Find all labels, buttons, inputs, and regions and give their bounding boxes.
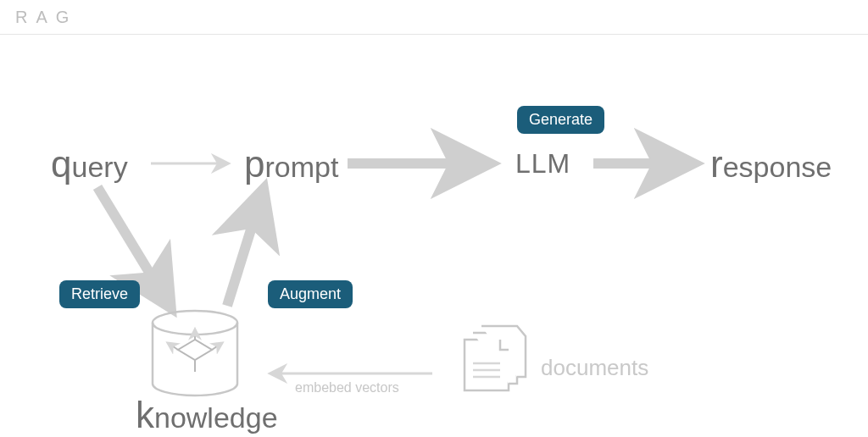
- node-rest: nowledge: [154, 401, 278, 434]
- node-knowledge: knowledge: [136, 394, 278, 436]
- arrows-layer: [0, 35, 868, 437]
- database-icon: [153, 311, 237, 396]
- svg-point-6: [153, 311, 237, 335]
- node-query: query: [51, 143, 128, 185]
- badge-generate: Generate: [517, 106, 604, 134]
- badge-retrieve: Retrieve: [59, 280, 140, 308]
- header: RAG: [0, 0, 868, 35]
- node-llm: LLM: [515, 148, 570, 180]
- label-embedded-vectors: embebed vectors: [295, 380, 399, 396]
- badge-augment: Augment: [268, 280, 353, 308]
- node-prompt: prompt: [244, 143, 338, 185]
- node-documents: documents: [541, 355, 648, 381]
- documents-icon: [465, 326, 526, 390]
- lead-letter: p: [244, 143, 264, 185]
- node-rest: rompt: [264, 151, 338, 183]
- lead-letter: r: [710, 143, 723, 185]
- lead-letter: k: [136, 394, 154, 435]
- diagram-canvas: query prompt LLM response knowledge docu…: [0, 35, 868, 437]
- node-rest: esponse: [723, 151, 832, 183]
- svg-line-4: [227, 191, 263, 306]
- node-response: response: [710, 143, 832, 185]
- node-rest: uery: [71, 151, 127, 183]
- header-title: RAG: [15, 8, 77, 27]
- lead-letter: q: [51, 143, 71, 185]
